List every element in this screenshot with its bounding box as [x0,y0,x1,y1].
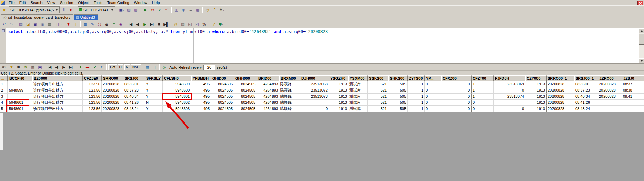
cell-yp[interactable]: 0 [425,94,441,100]
cell-cfzt00[interactable]: 1 [471,87,494,94]
cell-ghh000[interactable]: 8024505 [234,94,257,100]
run-last-button[interactable]: ▶▌ [163,21,170,28]
cell-srsj00_1[interactable]: 08:40:34 [574,94,598,100]
post-changes-button[interactable]: ✔ [91,64,98,70]
row-number[interactable]: 2 [0,87,8,94]
cell-ysxm00[interactable]: 测试库 [348,87,368,94]
cell-cfzt00[interactable]: 1 [471,94,494,100]
sql-text[interactable]: select a.bccfh0,a.bz0000,a.cfzje0,a.srrq… [6,28,644,63]
cell-cfzje0[interactable]: -123.56 [83,87,102,94]
menu-help[interactable]: Help [150,0,162,5]
column-header-ghh000[interactable]: GHH000 [234,75,257,81]
help-contents-button[interactable]: ? [211,6,218,13]
cell-cfxz00[interactable]: 0 [441,87,471,94]
column-header-yp[interactable]: YP... [425,75,441,81]
cell-ysgzh0[interactable]: 1913 [329,106,348,112]
column-header-ysxm00[interactable]: YSXM00 [348,75,368,81]
column-header-srsj00[interactable]: SRSJ00 [123,75,145,81]
insert-record-button[interactable]: ✚ [77,64,84,70]
cell-jzsj0[interactable]: 08:37 [622,81,644,87]
cell-ysgzh0[interactable]: 1913 [329,100,348,106]
cell-ghh000[interactable]: 8024505 [234,81,257,87]
cell-srrq00[interactable]: 20200828 [102,87,123,94]
cell-jzrq00[interactable]: 20200828 [598,94,622,100]
cell-czy000[interactable]: 1913 [525,100,546,106]
break-execution-button[interactable]: ■ [155,21,163,28]
column-header-srrq00[interactable]: SRRQ00 [102,75,123,81]
configure-button[interactable]: ✱▾ [217,21,225,28]
column-header-cfzje0[interactable]: CFZJE0 [83,75,102,81]
column-header-ssks00[interactable]: SSKS00 [368,75,388,81]
cell-ysxm00[interactable]: 测试库 [348,106,368,112]
cell-srsj00[interactable]: 08:43:24 [123,106,145,112]
menu-window[interactable]: Window [132,0,150,5]
cell-ghid00[interactable]: 8024505 [211,94,234,100]
cell-jzrq00[interactable]: 20200828 [598,87,622,94]
cell-jzsj0[interactable] [622,106,644,112]
cell-ghh000[interactable]: 8024505 [234,100,257,106]
cell-cflsh0[interactable]: 5948603 [163,106,191,112]
cell-brxm00[interactable]: 陈颖锋 [279,81,300,87]
cell-cfzje0[interactable]: 123.56 [83,94,102,100]
history-button[interactable]: ◷ [172,21,179,28]
cell-ysxm00[interactable]: 测试库 [348,94,368,100]
cell-yp[interactable]: 0 [425,87,441,94]
command-window-button[interactable]: ▤ [125,6,132,13]
cell-bccfh0[interactable] [8,81,32,87]
new-document-button[interactable]: ▤ [17,21,24,28]
cell-ssks00[interactable]: 521 [368,81,388,87]
cell-brid00[interactable]: 4264893 [257,100,279,106]
cell-jzsj0[interactable]: 08:38 [622,87,644,94]
scroll-down-button[interactable] [639,58,644,63]
cell-srrq00_1[interactable]: 20200828 [546,94,574,100]
cell-jzrq00[interactable]: 20200828 [598,81,622,87]
cell-cfzt00[interactable]: 0 [471,100,494,106]
row-number[interactable]: 1 [0,81,8,87]
revert-changes-button[interactable]: ↶ [98,64,105,70]
tab-untitled3[interactable]: ▤Untitled3 [74,14,98,20]
cell-sfksly[interactable]: Y [145,87,163,94]
cell-ysgzh0[interactable]: 1913 [329,87,348,94]
cell-cfzt00[interactable]: 0 [471,106,494,112]
describe-table-button[interactable]: ▦ [82,21,89,28]
column-header-djh000[interactable]: DJH000 [300,75,329,81]
view-definition-button[interactable]: Def [108,64,117,70]
cell-cfzje0[interactable]: 123.56 [83,81,102,87]
cell-zyts00[interactable]: 1 [408,94,425,100]
chevron-down-icon[interactable] [54,7,59,13]
cell-bz0000[interactable]: 诊疗项目带出处方 [32,106,83,112]
rollback-button[interactable]: ↶ [163,6,170,13]
commit-button[interactable]: ✔ [156,6,163,13]
previous-statement-button[interactable]: ◀ [134,21,141,28]
single-record-view-button[interactable]: ▯ [151,64,158,70]
cell-cflsh0[interactable]: 5948599 [163,81,191,87]
cell-srsj00[interactable]: 08:40:34 [123,94,145,100]
cell-cfxz00[interactable]: 0 [441,106,471,112]
column-header-rownum[interactable]: ... [0,75,8,81]
export-results-button[interactable]: ▣ [36,64,44,70]
save-all-button[interactable]: ▣ [39,21,46,28]
cell-fjfdjh[interactable]: 0 [494,106,525,112]
row-number[interactable]: 3 [0,94,8,100]
cell-brid00[interactable]: 4264893 [257,87,279,94]
save-button[interactable]: ▣ [32,21,39,28]
column-header-cflsh0[interactable]: CFLSH0 [163,75,191,81]
grid-view-button[interactable]: ▦ [144,64,151,70]
cell-zyts00[interactable]: 1 [408,106,425,112]
chevron-down-icon[interactable] [110,7,115,13]
cell-yp[interactable]: 0 [425,81,441,87]
cell-cfxz00[interactable]: 0 [441,100,471,106]
cell-ghks00[interactable]: 505 [388,100,408,106]
cell-srrq00_1[interactable]: 20200828 [546,106,574,112]
cell-sfksly[interactable]: Y [145,106,163,112]
template-list-button[interactable]: ≡ [187,6,194,13]
last-record-button[interactable]: ▶| [67,64,75,70]
cell-ysxm00[interactable]: 测试库 [348,81,368,87]
connection-combo[interactable]: SD_HOSPITAL@his214(5) [9,6,60,13]
cell-cflsh0[interactable]: 5948602 [163,100,191,106]
cell-djh000[interactable] [300,100,329,106]
report-window-button[interactable]: ▥ [132,6,139,13]
find-database-object-button[interactable]: ◎ [180,6,187,13]
row-number[interactable]: 4 [0,100,8,106]
cell-bccfh0[interactable] [8,94,32,100]
